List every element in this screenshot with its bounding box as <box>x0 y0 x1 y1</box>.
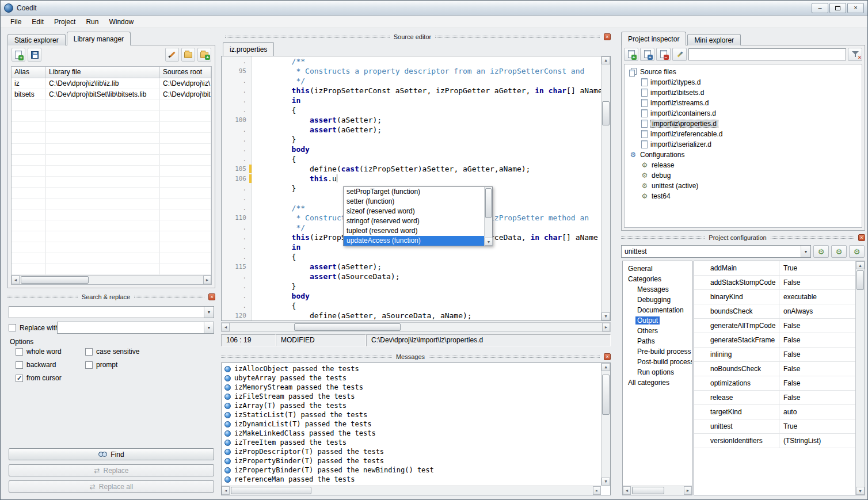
code-text[interactable]: } <box>252 135 610 144</box>
table-row[interactable] <box>12 188 211 199</box>
scroll-right-button[interactable]: ► <box>203 276 211 284</box>
menu-run[interactable]: Run <box>81 16 104 28</box>
tree-item-import-iz-containers-d[interactable]: import\iz\containers.d <box>625 108 862 119</box>
message-row[interactable]: izDynamicList(T) passed the tests <box>222 419 601 429</box>
property-value[interactable]: True <box>779 419 855 433</box>
editor-vscrollbar[interactable]: ▲ ▼ <box>601 56 610 320</box>
menu-file[interactable]: File <box>5 16 26 28</box>
category-post-build-process[interactable]: Post-build process <box>623 357 692 367</box>
message-row[interactable]: izMakeLinkedClass passed the tests <box>222 429 601 438</box>
scroll-track[interactable] <box>230 323 602 331</box>
checkbox-case-sensitive[interactable]: case sensitive <box>85 348 214 356</box>
scroll-up-button[interactable]: ▲ <box>601 363 610 371</box>
code-text[interactable]: { <box>252 252 610 262</box>
category-output[interactable]: Output <box>623 315 692 326</box>
project-tree[interactable]: Source filesimport\iz\types.dimport\iz\b… <box>624 64 862 228</box>
replace-all-button[interactable]: ⇄Replace all <box>9 480 214 493</box>
message-row[interactable]: izTreeItem passed the tests <box>222 438 601 447</box>
edit-library-button[interactable] <box>165 48 179 62</box>
code-text[interactable]: assert(aGetter); <box>252 125 610 135</box>
dropdown-arrow-icon[interactable]: ▼ <box>801 246 810 257</box>
property-value[interactable]: onAlways <box>779 304 855 318</box>
checkbox-box[interactable] <box>85 348 93 356</box>
code-text[interactable]: } <box>252 281 610 291</box>
menu-window[interactable]: Window <box>104 16 139 28</box>
dock-grip[interactable] <box>225 36 390 38</box>
table-row[interactable] <box>12 177 211 188</box>
messages-close-button[interactable]: × <box>604 353 611 360</box>
config-action-button-3[interactable]: ⚙ <box>849 245 865 258</box>
table-row[interactable] <box>12 122 211 133</box>
tree-item-import-iz-types-d[interactable]: import\iz\types.d <box>625 77 862 87</box>
scroll-left-button[interactable]: ◄ <box>623 486 631 495</box>
column-header-sources-root[interactable]: Sources root <box>160 67 211 78</box>
dock-grip[interactable] <box>134 296 204 298</box>
messages-hscrollbar[interactable]: ◄ ► <box>222 486 601 495</box>
category-all-categories[interactable]: All categories <box>623 377 692 388</box>
property-value[interactable]: False <box>779 348 855 361</box>
property-value[interactable]: False <box>779 319 855 333</box>
project-configuration-close-button[interactable]: × <box>858 234 865 241</box>
tree-item-unittest-active[interactable]: ⚙unittest (active) <box>625 181 862 191</box>
message-row[interactable]: izPropertyBinder(T) passed the tests <box>222 456 601 465</box>
scroll-track[interactable] <box>20 276 203 284</box>
categories-hscrollbar[interactable]: ◄ ► <box>623 486 692 495</box>
table-row[interactable] <box>12 199 211 209</box>
tab-iz-properties[interactable]: iz.properties <box>223 42 274 56</box>
code-text[interactable]: { <box>252 154 610 164</box>
completion-item[interactable]: tupleof (reserved word) <box>344 226 484 236</box>
save-libraries-button[interactable] <box>28 48 41 62</box>
checkbox-box[interactable] <box>85 361 93 369</box>
scroll-track[interactable] <box>230 486 593 495</box>
column-header-library-file[interactable]: Library file <box>46 67 160 78</box>
message-row[interactable]: ubyteArray passed the tests <box>222 373 601 383</box>
scroll-thumb[interactable] <box>294 323 401 331</box>
category-others[interactable]: Others <box>623 326 692 336</box>
maximize-button[interactable] <box>829 3 846 13</box>
wand-button[interactable] <box>672 48 687 61</box>
close-button[interactable]: × <box>847 3 864 13</box>
property-value[interactable]: auto <box>779 405 855 419</box>
scroll-left-button[interactable]: ◄ <box>222 486 230 495</box>
table-row[interactable] <box>12 209 211 220</box>
tree-item-import-iz-bitsets-d[interactable]: import\iz\bitsets.d <box>625 87 862 98</box>
category-categories[interactable]: Categories <box>623 274 692 284</box>
code-text[interactable]: { <box>252 105 610 115</box>
tab-project-inspector[interactable]: Project inspector <box>621 32 686 45</box>
category-documentation[interactable]: Documentation <box>623 305 692 315</box>
tree-item-configurations[interactable]: ⚙Configurations <box>625 150 862 160</box>
scroll-track[interactable] <box>631 486 684 495</box>
property-row[interactable]: addStackStompCodeFalse <box>694 276 855 290</box>
search-panel-close-button[interactable]: × <box>208 293 215 300</box>
code-text[interactable]: body <box>252 291 610 301</box>
dock-grip[interactable] <box>7 296 78 298</box>
message-row[interactable]: izMemoryStream passed the tests <box>222 383 601 392</box>
scroll-up-button[interactable]: ▲ <box>856 261 865 269</box>
column-header-alias[interactable]: Alias <box>12 67 46 78</box>
property-row[interactable]: targetKindauto <box>694 405 855 419</box>
checkbox-from-cursor[interactable]: ✓from cursor <box>16 374 85 382</box>
code-text[interactable]: /** <box>252 56 610 66</box>
checkbox-box[interactable] <box>16 361 23 369</box>
code-text[interactable]: define(cast(izPropSetter)aSetter, aGette… <box>252 164 610 174</box>
dropdown-arrow-icon[interactable]: ▼ <box>204 307 214 318</box>
config-action-button-1[interactable]: ⚙ <box>813 245 829 258</box>
dock-grip[interactable] <box>771 236 854 239</box>
property-row[interactable]: inliningFalse <box>694 348 855 362</box>
scroll-left-button[interactable]: ◄ <box>222 323 230 331</box>
replace-term-combobox[interactable]: ▼ <box>57 322 214 334</box>
property-value[interactable]: False <box>779 362 855 376</box>
scroll-down-button[interactable]: ▼ <box>485 238 493 246</box>
configuration-combobox[interactable]: unittest ▼ <box>621 245 811 258</box>
category-messages[interactable]: Messages <box>623 284 692 295</box>
code-text[interactable]: * Constructs a property descriptor from … <box>252 66 610 76</box>
code-text[interactable]: this.u <box>252 174 610 184</box>
table-row[interactable] <box>12 242 211 253</box>
code-text[interactable]: in <box>252 96 610 105</box>
table-row[interactable] <box>12 253 211 264</box>
completion-scrollbar[interactable]: ▼ <box>484 187 492 246</box>
replace-button[interactable]: ⇄Replace <box>9 464 214 476</box>
completion-item[interactable]: setter (function) <box>344 197 484 207</box>
library-table-hscrollbar[interactable]: ◄ ► <box>12 275 211 284</box>
new-file-button[interactable] <box>624 48 638 61</box>
